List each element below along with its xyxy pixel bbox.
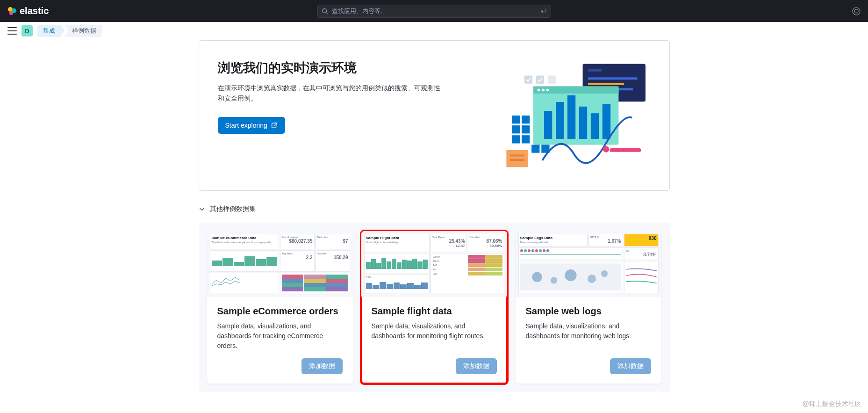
svg-rect-9 xyxy=(588,77,638,80)
sample-data-cards: Sample eCommerce DataThis dashboard cont… xyxy=(199,223,670,392)
add-data-button[interactable]: 添加数据 xyxy=(456,358,497,374)
svg-rect-29 xyxy=(511,125,519,133)
search-icon xyxy=(322,8,328,14)
external-link-icon xyxy=(271,122,278,129)
svg-point-42 xyxy=(550,277,557,284)
svg-rect-13 xyxy=(524,76,532,84)
main-content: 浏览我们的实时演示环境 在演示环境中浏览真实数据，在其中可浏览与您的用例类似的搜… xyxy=(0,40,868,392)
svg-point-41 xyxy=(532,272,542,283)
svg-rect-15 xyxy=(547,76,555,84)
sub-header: D 集成 样例数据 xyxy=(0,22,868,40)
svg-point-6 xyxy=(854,9,858,13)
svg-rect-27 xyxy=(511,116,519,123)
breadcrumb: 集成 样例数据 xyxy=(37,25,102,37)
add-data-button[interactable]: 添加数据 xyxy=(610,358,651,374)
sample-card-flight: Sample Flight dataMonitor flight routes … xyxy=(361,231,507,384)
hero-description: 在演示环境中浏览真实数据，在其中可浏览与您的用例类似的搜索、可观测性和安全用例。 xyxy=(218,83,442,104)
svg-rect-24 xyxy=(579,107,587,139)
svg-point-19 xyxy=(542,88,545,91)
card-title: Sample flight data xyxy=(372,306,497,317)
svg-point-5 xyxy=(853,7,860,15)
svg-point-45 xyxy=(601,270,607,277)
card-title: Sample eCommerce orders xyxy=(217,306,343,317)
svg-rect-23 xyxy=(567,95,575,139)
breadcrumb-sample-data: 样例数据 xyxy=(65,25,102,37)
svg-point-18 xyxy=(537,88,540,91)
other-sample-data-toggle[interactable]: 其他样例数据集 xyxy=(199,205,670,213)
svg-rect-32 xyxy=(522,135,530,143)
demo-env-card: 浏览我们的实时演示环境 在演示环境中浏览真实数据，在其中可浏览与您的用例类似的搜… xyxy=(199,40,670,191)
brand-name: elastic xyxy=(20,6,49,16)
svg-rect-8 xyxy=(588,69,602,72)
card-description: Sample data, visualizations, and dashboa… xyxy=(526,321,651,351)
svg-rect-10 xyxy=(588,83,624,85)
header-right-controls xyxy=(852,7,861,15)
svg-rect-17 xyxy=(533,87,618,94)
svg-rect-21 xyxy=(544,111,552,139)
sample-card-ecommerce: Sample eCommerce DataThis dashboard cont… xyxy=(207,231,353,384)
breadcrumb-integrations[interactable]: 集成 xyxy=(37,25,61,37)
elastic-logo-icon xyxy=(7,7,17,16)
space-badge[interactable]: D xyxy=(22,25,33,36)
start-exploring-label: Start exploring xyxy=(225,122,267,129)
svg-rect-30 xyxy=(522,125,530,133)
card-title: Sample web logs xyxy=(526,306,651,317)
global-search[interactable]: 查找应用、内容等。 ↳/ xyxy=(317,5,551,18)
card-thumbnail: Sample Logs DataMonitor incoming web tra… xyxy=(516,231,661,297)
card-description: Sample data, visualizations, and dashboa… xyxy=(217,321,343,351)
svg-rect-25 xyxy=(590,113,598,139)
svg-rect-35 xyxy=(506,150,528,167)
search-placeholder: 查找应用、内容等。 xyxy=(332,7,387,15)
svg-rect-37 xyxy=(510,159,524,161)
card-description: Sample data, visualizations, and dashboa… xyxy=(372,321,497,351)
hero-illustration xyxy=(461,59,651,172)
nav-toggle-button[interactable] xyxy=(7,27,17,35)
svg-rect-28 xyxy=(522,116,530,123)
card-thumbnail: Sample Flight dataMonitor flight routes … xyxy=(361,231,507,297)
global-header: elastic 查找应用、内容等。 ↳/ xyxy=(0,0,868,22)
svg-point-38 xyxy=(603,146,609,152)
chevron-down-icon xyxy=(199,206,205,212)
card-thumbnail: Sample eCommerce DataThis dashboard cont… xyxy=(207,231,353,297)
svg-rect-36 xyxy=(510,155,524,157)
svg-point-2 xyxy=(9,11,13,15)
hero-title: 浏览我们的实时演示环境 xyxy=(218,59,442,76)
toggle-label: 其他样例数据集 xyxy=(210,205,256,213)
svg-point-44 xyxy=(588,275,596,283)
start-exploring-button[interactable]: Start exploring xyxy=(218,117,285,134)
svg-rect-26 xyxy=(602,104,610,139)
svg-rect-14 xyxy=(536,76,544,84)
sample-card-weblogs: Sample Logs DataMonitor incoming web tra… xyxy=(516,231,661,384)
svg-rect-39 xyxy=(610,148,641,152)
svg-rect-33 xyxy=(531,145,539,152)
svg-rect-31 xyxy=(511,135,519,143)
help-icon[interactable] xyxy=(852,7,861,15)
add-data-button[interactable]: 添加数据 xyxy=(301,358,343,374)
svg-point-20 xyxy=(546,88,549,91)
brand-logo[interactable]: elastic xyxy=(7,6,49,16)
svg-point-3 xyxy=(322,8,326,13)
svg-line-4 xyxy=(326,12,328,14)
search-kbd-hint: ↳/ xyxy=(540,8,546,14)
svg-rect-22 xyxy=(556,102,564,139)
svg-point-43 xyxy=(565,270,576,282)
